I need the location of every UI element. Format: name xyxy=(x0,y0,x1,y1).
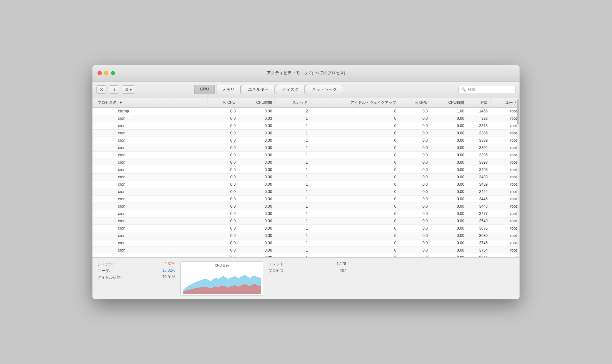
cell-threads: 1 xyxy=(275,210,310,217)
col-process-name[interactable]: プロセス名 ▼ xyxy=(92,98,207,108)
col-idle-wakeup[interactable]: アイドル・ウェイクアップ xyxy=(310,98,399,108)
cell-cputime: 0.00 xyxy=(238,203,274,210)
table-row[interactable]: cron 0.0 0.00 1 0 0.0 0.00 3439 root xyxy=(92,181,520,188)
cell-user: root xyxy=(490,151,519,159)
cell-pid: 3680 xyxy=(467,232,490,239)
col-cpu-time[interactable]: CPU時間 xyxy=(238,98,274,108)
cell-name: cron xyxy=(92,188,207,195)
col-gpu-pct[interactable]: % GPU xyxy=(399,98,430,108)
search-box[interactable]: 🔍 xyxy=(458,86,516,93)
info-button[interactable]: ℹ xyxy=(109,85,119,94)
table-row[interactable]: cron 0.0 0.00 1 0 0.0 0.00 3385 root xyxy=(92,129,520,137)
table-row[interactable]: cron 0.0 0.00 1 0 0.0 0.00 3445 root xyxy=(92,195,520,203)
cell-cpu: 0.0 xyxy=(207,210,238,217)
table-row[interactable]: cron 0.0 0.00 1 0 0.0 0.00 3675 root xyxy=(92,225,520,232)
tab-cpu[interactable]: CPU xyxy=(194,85,215,94)
cell-cpu: 0.0 xyxy=(207,151,238,159)
toolbar: ✕ ℹ ⚙ ▾ CPU メモリ エネルギー ディスク ネットワーク xyxy=(92,82,520,98)
cell-cputime: 0.00 xyxy=(238,151,274,159)
table-row[interactable]: ctklmp 0.0 0.00 2 0 0.0 1.00 1455 root xyxy=(92,107,520,115)
table-row[interactable]: cron 0.0 0.00 1 0 0.0 0.00 3403 root xyxy=(92,166,520,173)
process-table: プロセス名 ▼ % CPU CPU時間 スレッド アイドル・ウェイクアップ % … xyxy=(92,98,520,257)
cell-threads: 1 xyxy=(275,166,310,173)
cell-threads: 1 xyxy=(275,246,310,254)
cell-user: root xyxy=(490,181,519,188)
gear-button[interactable]: ⚙ ▾ xyxy=(122,85,135,94)
user-stat-row: ユーザ: 15.82% xyxy=(98,268,175,274)
cell-user: root xyxy=(490,232,519,239)
table-row[interactable]: cron 0.0 0.00 1 0 0.0 0.00 3433 root xyxy=(92,173,520,181)
scrollbar-track[interactable] xyxy=(517,98,520,257)
titlebar: アクティビティモニタ (すべてのプロセス) xyxy=(92,65,520,82)
table-row[interactable]: cron 0.0 0.00 1 0 0.0 0.00 3398 root xyxy=(92,159,520,166)
col-gpu-time[interactable]: CPU時間 xyxy=(430,98,467,108)
cell-gputime: 0.00 xyxy=(430,188,467,195)
cell-cpu: 0.0 xyxy=(207,122,238,129)
processes-label: プロセス: xyxy=(268,268,285,274)
cell-idle: 0 xyxy=(310,225,399,232)
cell-gputime: 0.00 xyxy=(430,137,467,144)
table-row[interactable]: cron 0.0 0.00 1 0 0.0 0.00 3395 root xyxy=(92,151,520,159)
chart-label: CPU負荷 xyxy=(215,263,229,268)
cell-threads: 1 xyxy=(275,217,310,225)
tab-memory[interactable]: メモリ xyxy=(216,85,241,94)
cell-gpu: 0.0 xyxy=(399,181,430,188)
table-row[interactable]: cron 0.0 0.00 1 0 0.0 0.00 3378 root xyxy=(92,122,520,129)
cell-threads: 1 xyxy=(275,137,310,144)
col-cpu-pct[interactable]: % CPU xyxy=(207,98,238,108)
cell-pid: 3398 xyxy=(467,159,490,166)
tab-disk[interactable]: ディスク xyxy=(276,85,305,94)
cell-name: cron xyxy=(92,122,207,129)
table-row[interactable]: cron 0.0 0.00 1 0 0.0 0.00 3442 root xyxy=(92,188,520,195)
cell-gputime: 0.00 xyxy=(430,173,467,181)
cell-threads: 1 xyxy=(275,144,310,151)
maximize-button[interactable] xyxy=(111,71,115,75)
table-row[interactable]: cron 0.0 0.00 1 0 0.0 0.00 3392 root xyxy=(92,144,520,151)
close-icon-btn[interactable]: ✕ xyxy=(96,85,106,94)
cell-gpu: 0.0 xyxy=(399,254,430,257)
col-pid[interactable]: PID xyxy=(467,98,490,108)
cell-user: root xyxy=(490,254,519,257)
cell-cpu: 0.0 xyxy=(207,107,238,115)
cell-name: ctklmp xyxy=(92,107,207,115)
cpu-load-chart xyxy=(183,268,261,294)
col-threads[interactable]: スレッド xyxy=(275,98,310,108)
table-row[interactable]: cron 0.0 0.03 1 0 0.0 0.00 328 root xyxy=(92,115,520,122)
tab-network[interactable]: ネットワーク xyxy=(306,85,343,94)
close-button[interactable] xyxy=(98,71,102,75)
table-row[interactable]: cron 0.0 0.00 1 0 0.0 0.00 3680 root xyxy=(92,232,520,239)
window-title: アクティビティモニタ (すべてのプロセス) xyxy=(267,70,345,76)
table-row[interactable]: cron 0.0 0.00 1 0 0.0 0.00 3549 root xyxy=(92,217,520,225)
cell-name: cron xyxy=(92,181,207,188)
cell-gpu: 0.0 xyxy=(399,195,430,203)
tab-energy[interactable]: エネルギー xyxy=(242,85,275,94)
table-row[interactable]: cron 0.0 0.00 1 0 0.0 0.00 3745 root xyxy=(92,239,520,246)
col-user[interactable]: ユーザ xyxy=(490,98,519,108)
cell-user: root xyxy=(490,144,519,151)
cell-cputime: 0.00 xyxy=(238,173,274,181)
table-row[interactable]: cron 0.0 0.00 1 0 0.0 0.00 3754 root xyxy=(92,246,520,254)
cell-user: root xyxy=(490,225,519,232)
cell-gpu: 0.0 xyxy=(399,122,430,129)
minimize-button[interactable] xyxy=(104,71,108,75)
table-row[interactable]: cron 0.0 0.00 1 0 0.0 0.00 3477 root xyxy=(92,210,520,217)
cell-user: root xyxy=(490,210,519,217)
table-row[interactable]: cron 0.0 0.00 1 0 0.0 0.00 3844 root xyxy=(92,254,520,257)
process-table-container[interactable]: プロセス名 ▼ % CPU CPU時間 スレッド アイドル・ウェイクアップ % … xyxy=(92,98,520,257)
cell-name: cron xyxy=(92,225,207,232)
sort-chevron: ▼ xyxy=(119,100,123,105)
cell-gpu: 0.0 xyxy=(399,151,430,159)
cell-threads: 1 xyxy=(275,188,310,195)
cell-cpu: 0.0 xyxy=(207,225,238,232)
cell-idle: 0 xyxy=(310,115,399,122)
search-input[interactable] xyxy=(468,87,513,92)
table-row[interactable]: cron 0.0 0.00 1 0 0.0 0.00 3448 root xyxy=(92,203,520,210)
cell-name: cron xyxy=(92,210,207,217)
cell-pid: 3477 xyxy=(467,210,490,217)
system-value: 4.37% xyxy=(164,261,175,267)
scrollbar-thumb[interactable] xyxy=(517,99,519,125)
cell-gputime: 0.00 xyxy=(430,151,467,159)
cell-pid: 3442 xyxy=(467,188,490,195)
cell-idle: 0 xyxy=(310,254,399,257)
table-row[interactable]: cron 0.0 0.00 1 0 0.0 0.00 3389 root xyxy=(92,137,520,144)
